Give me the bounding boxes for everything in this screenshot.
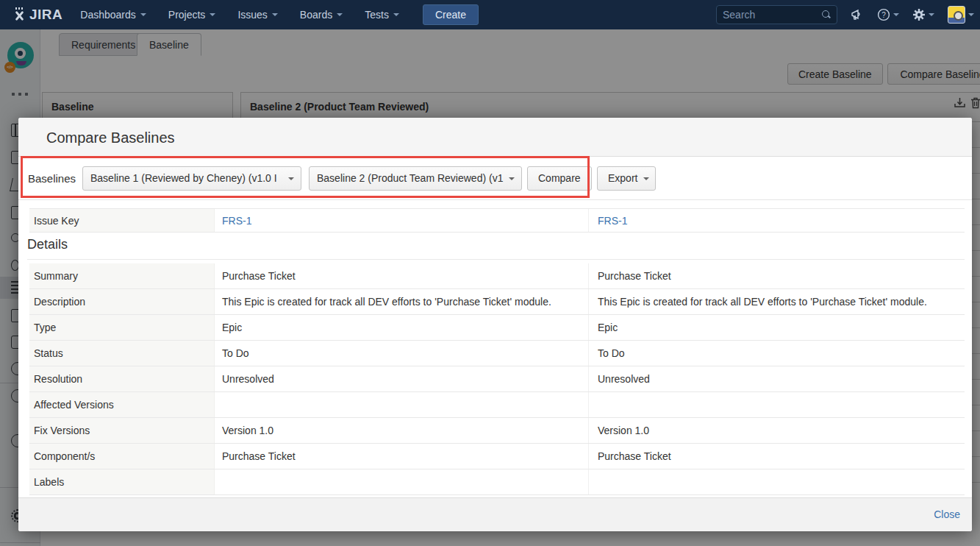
chevron-down-icon: [210, 13, 215, 16]
chevron-down-icon: [509, 177, 515, 180]
baseline2-value: Purchase Ticket: [588, 263, 965, 288]
chevron-down-icon: [337, 13, 343, 16]
help-menu-button[interactable]: ?: [877, 8, 899, 21]
search-input[interactable]: Search: [716, 5, 837, 24]
baseline2-value: [588, 469, 965, 494]
baseline2-dropdown[interactable]: Baseline 2 (Product Team Reviewed) (v1: [309, 166, 522, 191]
megaphone-icon: [851, 9, 864, 21]
table-row: Component/s Purchase Ticket Purchase Tic…: [29, 444, 965, 469]
baseline1-value: Version 1.0: [215, 425, 588, 436]
baselines-label: Baselines: [28, 172, 76, 185]
baseline1-value: Purchase Ticket: [215, 270, 588, 282]
gear-icon: [912, 8, 926, 21]
table-row: Status To Do To Do: [29, 341, 965, 366]
close-link[interactable]: Close: [934, 508, 960, 520]
dialog-header: Compare Baselines: [18, 118, 972, 157]
table-row-issue-key: Issue Key FRS-1 FRS-1: [29, 208, 965, 233]
table-row: Summary Purchase Ticket Purchase Ticket: [29, 263, 965, 289]
baseline2-value: [588, 392, 965, 417]
section-divider: [27, 259, 965, 260]
table-row: Fix Versions Version 1.0 Version 1.0: [29, 418, 965, 444]
search-icon: [822, 10, 831, 19]
row-label: Type: [29, 315, 215, 340]
baseline2-value: Version 1.0: [588, 418, 965, 443]
compare-button[interactable]: Compare: [527, 166, 592, 191]
baseline-selection-row: Baselines Baseline 1 (Reviewed by Cheney…: [18, 157, 972, 200]
export-button[interactable]: Export: [597, 166, 656, 191]
nav-item-dashboards[interactable]: Dashboards: [80, 9, 146, 21]
table-row: Labels: [29, 469, 965, 495]
baseline2-value: Unresolved: [588, 366, 965, 391]
chevron-down-icon: [968, 13, 974, 16]
issue-link[interactable]: FRS-1: [598, 215, 627, 227]
dialog-footer: Close: [18, 497, 972, 531]
chevron-down-icon: [140, 13, 146, 16]
create-button[interactable]: Create: [423, 4, 479, 25]
jira-logo-text: JIRA: [29, 7, 62, 23]
nav-item-boards[interactable]: Boards: [300, 9, 343, 21]
chevron-down-icon: [929, 13, 934, 16]
row-label: Resolution: [29, 366, 215, 391]
row-label: Status: [29, 341, 215, 366]
baseline2-value: To Do: [588, 341, 965, 366]
nav-item-tests[interactable]: Tests: [365, 9, 399, 21]
dialog-title: Compare Baselines: [46, 130, 175, 146]
details-section-heading: Details: [27, 237, 68, 252]
baseline1-value: Purchase Ticket: [215, 450, 588, 462]
nav-menu: Dashboards Projects Issues Boards Tests: [80, 9, 399, 21]
chevron-down-icon: [272, 13, 278, 16]
jira-logo[interactable]: JIRA: [12, 7, 62, 23]
settings-menu-button[interactable]: [912, 8, 934, 21]
chevron-down-icon: [893, 13, 899, 16]
user-profile-button[interactable]: [948, 6, 974, 24]
table-row: Affected Versions: [29, 392, 965, 418]
nav-item-issues[interactable]: Issues: [237, 9, 277, 21]
baseline1-value: This Epic is created for track all DEV e…: [215, 296, 588, 308]
baseline1-dropdown[interactable]: Baseline 1 (Reviewed by Cheney) (v1.0 I: [82, 166, 301, 191]
table-row: Description This Epic is created for tra…: [29, 289, 965, 315]
chevron-down-icon: [288, 177, 294, 180]
svg-text:?: ?: [881, 11, 886, 19]
nav-item-projects[interactable]: Projects: [168, 9, 216, 21]
baseline1-value: Epic: [215, 322, 588, 333]
chevron-down-icon: [393, 13, 399, 16]
issue-link[interactable]: FRS-1: [222, 215, 251, 227]
row-label: Fix Versions: [29, 418, 215, 443]
baseline1-value: To Do: [215, 347, 588, 359]
announcement-button[interactable]: [851, 9, 864, 21]
table-row: Resolution Unresolved Unresolved: [29, 366, 965, 392]
details-table: Summary Purchase Ticket Purchase Ticket …: [29, 263, 965, 495]
row-label: Labels: [29, 469, 215, 494]
top-navigation: JIRA Dashboards Projects Issues Boards T…: [0, 0, 980, 29]
baseline2-value: Epic: [588, 315, 965, 340]
baseline2-value: This Epic is created for track all DEV e…: [588, 289, 965, 314]
table-row: Type Epic Epic: [29, 315, 965, 341]
jira-logo-icon: [12, 7, 26, 22]
baseline1-value: Unresolved: [215, 373, 588, 385]
row-label: Summary: [29, 263, 215, 288]
issue-key-table: Issue Key FRS-1 FRS-1: [29, 208, 965, 233]
search-placeholder: Search: [723, 9, 755, 21]
nav-right-cluster: Search ?: [716, 0, 974, 29]
user-avatar: [948, 6, 965, 24]
row-label: Description: [29, 289, 215, 314]
baseline2-value: Purchase Ticket: [588, 444, 965, 469]
help-icon: ?: [877, 8, 890, 21]
compare-baselines-dialog: Compare Baselines Baselines Baseline 1 (…: [18, 118, 972, 531]
chevron-down-icon: [643, 177, 649, 180]
row-label: Issue Key: [29, 209, 215, 232]
row-label: Affected Versions: [29, 392, 215, 417]
row-label: Component/s: [29, 444, 215, 469]
